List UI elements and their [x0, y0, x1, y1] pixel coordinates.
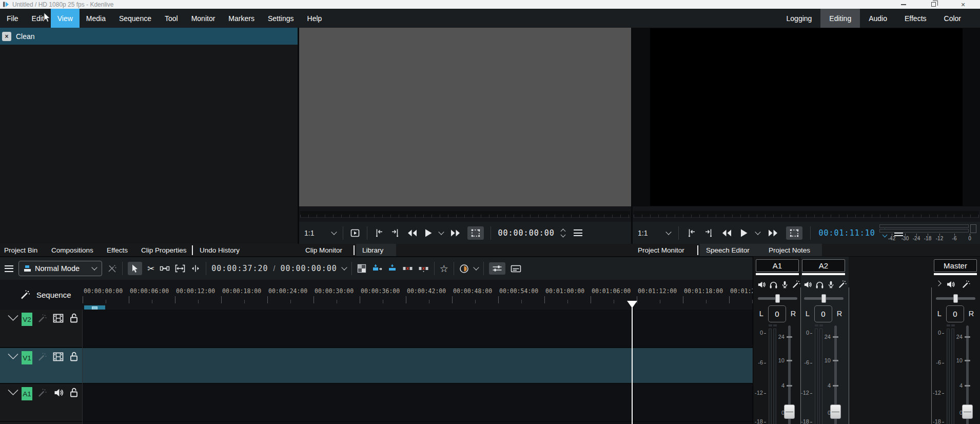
track-hide-icon[interactable] [52, 313, 64, 324]
lift-zone-icon[interactable] [418, 264, 429, 273]
forward-icon[interactable] [768, 229, 778, 237]
minimize-button[interactable] [889, 0, 918, 9]
volume-fader-handle[interactable] [962, 404, 973, 419]
mute-icon[interactable] [757, 280, 767, 290]
tab-clip-properties[interactable]: Clip Properties [141, 244, 187, 257]
solo-headphones-icon[interactable] [769, 280, 778, 290]
tab-undo-history[interactable]: Undo History [200, 244, 240, 257]
record-mic-icon[interactable] [827, 280, 835, 290]
play-icon[interactable] [740, 228, 748, 238]
track-effects-icon[interactable] [37, 314, 47, 324]
menu-tool[interactable]: Tool [158, 9, 185, 28]
zone-mode-button[interactable] [467, 226, 484, 240]
mark-out-icon[interactable] [390, 228, 400, 238]
workspace-logging[interactable]: Logging [778, 9, 821, 28]
track-name-badge[interactable]: A1 [22, 387, 32, 400]
mute-icon[interactable] [803, 280, 813, 290]
slip-tool-icon[interactable] [190, 264, 201, 273]
pan-handle[interactable] [775, 294, 780, 303]
zoom-level[interactable]: 1:1 [638, 229, 648, 237]
menu-settings[interactable]: Settings [261, 9, 301, 28]
rewind-icon[interactable] [721, 229, 732, 237]
pan-slider[interactable] [758, 297, 797, 300]
volume-fader-handle[interactable] [830, 404, 841, 419]
rewind-icon[interactable] [407, 229, 418, 237]
razor-tool-icon[interactable]: ✂ [147, 263, 154, 274]
channel-effects-icon[interactable] [837, 280, 847, 290]
track-lane[interactable] [83, 422, 753, 424]
tab-library[interactable]: Library [362, 244, 383, 257]
workspace-effects[interactable]: Effects [896, 9, 935, 28]
pan-slider[interactable] [804, 297, 844, 300]
clip-monitor-video[interactable] [299, 28, 631, 206]
track-collapse-icon[interactable] [7, 353, 19, 360]
collapse-mixer-icon[interactable] [935, 280, 941, 286]
restore-button[interactable] [918, 0, 948, 9]
selection-tool-button[interactable] [128, 262, 142, 275]
solo-headphones-icon[interactable] [815, 280, 825, 290]
menu-view[interactable]: View [51, 9, 80, 28]
clip-monitor-seekbar[interactable] [299, 206, 631, 222]
play-icon[interactable] [424, 228, 433, 238]
record-mic-icon[interactable] [780, 280, 789, 290]
track-header[interactable]: V1 [0, 348, 82, 383]
mute-icon[interactable] [946, 279, 956, 290]
tab-speech-editor[interactable]: Speech Editor [706, 244, 750, 257]
bin-clip-row[interactable]: × Clean [0, 28, 298, 45]
timeline-duration[interactable]: 00:00:00:00 [280, 264, 337, 273]
track-effects-icon[interactable] [37, 352, 47, 362]
mark-in-icon[interactable] [687, 228, 696, 238]
channel-name[interactable]: Master [934, 259, 977, 272]
menu-sequence[interactable]: Sequence [112, 9, 158, 28]
meter-config-box[interactable] [970, 224, 976, 233]
zone-mode-button[interactable] [786, 226, 802, 240]
forward-icon[interactable] [450, 229, 461, 237]
fit-zoom-icon[interactable] [175, 264, 185, 273]
favorite-effects-icon[interactable]: ☆ [440, 263, 448, 275]
mixed-streams-icon[interactable] [107, 264, 117, 274]
mark-in-icon[interactable] [374, 228, 384, 238]
tab-clip-monitor[interactable]: Clip Monitor [305, 244, 342, 257]
monitor-clip-icon[interactable] [350, 228, 360, 238]
menu-help[interactable]: Help [301, 9, 329, 28]
track-header[interactable]: V2 [0, 310, 82, 347]
extract-zone-icon[interactable] [402, 264, 413, 273]
track-name-badge[interactable]: V1 [22, 351, 32, 364]
channel-name[interactable]: A2 [802, 259, 845, 272]
tab-project-bin[interactable]: Project Bin [4, 244, 37, 257]
record-icon[interactable] [459, 264, 469, 274]
timecode-spinner[interactable] [561, 229, 565, 237]
mark-out-icon[interactable] [704, 228, 714, 238]
track-lock-icon[interactable] [69, 387, 79, 398]
track-effects-icon[interactable] [37, 388, 47, 398]
chevron-down-icon[interactable] [341, 264, 347, 270]
timeline-ruler[interactable]: 00:00:00:00 00:00:06:00 00:00:12:00 00:0… [83, 280, 753, 310]
menu-monitor[interactable]: Monitor [185, 9, 222, 28]
clip-monitor-timecode[interactable]: 00:00:00:00 [498, 228, 554, 238]
chevron-down-icon[interactable] [666, 229, 672, 235]
track-lane[interactable] [83, 384, 753, 421]
edit-mode-dropdown[interactable]: Normal Mode [18, 261, 102, 276]
overwrite-zone-icon[interactable] [387, 264, 397, 273]
monitor-menu-icon[interactable] [574, 229, 582, 236]
subtitle-icon[interactable] [511, 264, 521, 273]
clip-close-icon[interactable]: × [2, 32, 11, 41]
channel-effects-icon[interactable] [791, 280, 801, 290]
workspace-color[interactable]: Color [935, 9, 970, 28]
channel-name[interactable]: A1 [756, 259, 799, 272]
track-collapse-icon[interactable] [7, 315, 19, 321]
pan-handle[interactable] [953, 294, 958, 303]
project-monitor-timecode[interactable]: 00:01:11:10 [818, 228, 875, 238]
pan-value[interactable]: 0 [814, 305, 832, 322]
menu-file[interactable]: File [0, 9, 25, 28]
track-collapse-icon[interactable] [7, 389, 19, 396]
sequence-label[interactable]: Sequence [36, 291, 71, 299]
pan-handle[interactable] [821, 294, 826, 303]
zoom-level[interactable]: 1:1 [304, 229, 314, 237]
track-lane[interactable] [83, 310, 753, 347]
pan-slider[interactable] [936, 297, 975, 300]
tab-project-monitor[interactable]: Project Monitor [638, 244, 684, 257]
play-options-chevron-icon[interactable] [755, 229, 761, 235]
spacer-tool-icon[interactable] [160, 264, 170, 273]
workspace-editing[interactable]: Editing [820, 9, 860, 28]
